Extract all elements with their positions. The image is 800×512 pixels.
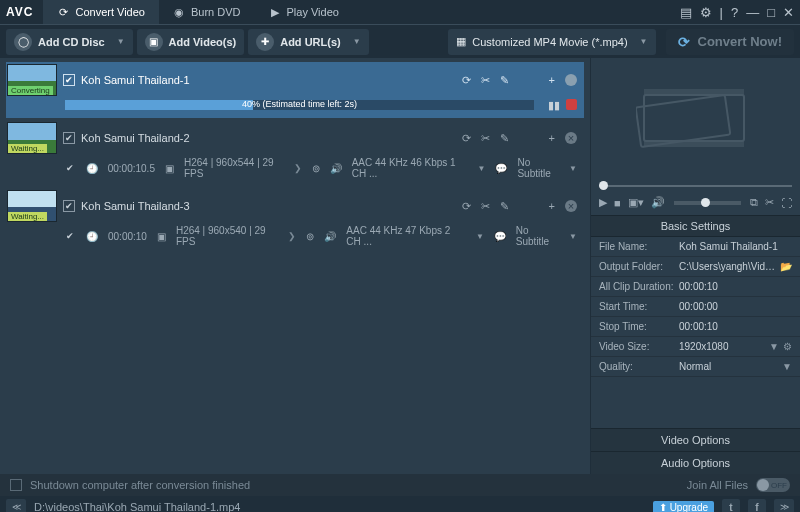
add-icon[interactable]: +: [549, 200, 555, 213]
file-path: D:\videos\Thai\Koh Samui Thailand-1.mp4: [34, 501, 240, 512]
upgrade-button[interactable]: ⬆Upgrade: [653, 501, 714, 513]
cut-icon[interactable]: ✂: [481, 200, 490, 213]
checkbox[interactable]: ✔: [63, 200, 75, 212]
edit-icon[interactable]: ✎: [500, 200, 509, 213]
video-options-button[interactable]: Video Options: [591, 428, 800, 451]
check-icon: ✔: [65, 230, 76, 242]
menu-icon[interactable]: ▤: [680, 5, 692, 20]
cut-icon[interactable]: ✂: [765, 196, 774, 209]
add-videos-button[interactable]: ▣ Add Video(s): [137, 29, 245, 55]
button-label: Add URL(s): [280, 36, 341, 48]
close-icon[interactable]: ✕: [783, 5, 794, 20]
gear-icon[interactable]: ⚙: [700, 5, 712, 20]
tab-play-video[interactable]: ▶ Play Video: [255, 0, 353, 24]
chevron-right-icon[interactable]: ❯: [288, 231, 296, 241]
item-title: Koh Samui Thailand-1: [81, 74, 456, 86]
settings-header: Basic Settings: [591, 215, 800, 237]
preview-controls: ▶ ■ ▣▾ 🔊 ⧉ ✂ ⛶: [591, 194, 800, 215]
output-value[interactable]: C:\Users\yangh\Videos...: [679, 261, 776, 272]
thumbnail: Converting: [7, 64, 57, 96]
list-item[interactable]: Waiting... ✔ Koh Samui Thailand-2 ⟳ ✂ ✎ …: [6, 120, 584, 186]
add-icon[interactable]: +: [549, 74, 555, 87]
add-urls-button[interactable]: ✚ Add URL(s) ▼: [248, 29, 368, 55]
subtitle-icon: 💬: [494, 231, 506, 242]
cut-icon[interactable]: ✂: [481, 74, 490, 87]
target-icon: ⊚: [312, 163, 320, 174]
add-icon[interactable]: +: [549, 132, 555, 145]
checkbox[interactable]: ✔: [63, 74, 75, 86]
fullscreen-icon[interactable]: ⛶: [781, 197, 792, 209]
stop-button[interactable]: [566, 99, 577, 110]
chevron-right-icon[interactable]: ❯: [294, 163, 302, 173]
volume-icon[interactable]: 🔊: [651, 196, 665, 209]
codec-info: H264 | 960x540 | 29 FPS: [176, 225, 278, 247]
chevron-down-icon[interactable]: ▼: [117, 37, 125, 46]
shutdown-checkbox[interactable]: [10, 479, 22, 491]
refresh-icon[interactable]: ⟳: [462, 74, 471, 87]
edit-icon[interactable]: ✎: [500, 132, 509, 145]
chevron-down-icon[interactable]: ▼: [769, 341, 779, 352]
output-profile-dropdown[interactable]: ▦ Customized MP4 Movie (*.mp4) ▼: [448, 29, 655, 55]
twitter-button[interactable]: t: [722, 499, 740, 512]
gear-icon[interactable]: ⚙: [783, 341, 792, 352]
disc-add-icon: ◯: [14, 33, 32, 51]
audio-dropdown[interactable]: AAC 44 KHz 47 Kbps 2 CH ...▼: [346, 225, 483, 247]
prev-button[interactable]: ≪: [6, 499, 26, 512]
audio-dropdown[interactable]: AAC 44 KHz 46 Kbps 1 CH ...▼: [352, 157, 486, 179]
remove-icon[interactable]: ×: [565, 132, 577, 144]
convert-icon: ⟳: [57, 6, 69, 18]
join-files-toggle[interactable]: OFF: [756, 478, 790, 492]
convert-now-button[interactable]: ⟳ Convert Now!: [666, 29, 795, 55]
upgrade-icon: ⬆: [659, 502, 667, 513]
main-area: Converting ✔ Koh Samui Thailand-1 ⟳ ✂ ✎ …: [0, 58, 800, 474]
cut-icon[interactable]: ✂: [481, 132, 490, 145]
button-label: Add CD Disc: [38, 36, 105, 48]
list-item[interactable]: Converting ✔ Koh Samui Thailand-1 ⟳ ✂ ✎ …: [6, 62, 584, 118]
status-badge: Converting: [8, 86, 53, 95]
help-icon[interactable]: ?: [731, 5, 738, 20]
tab-convert-video[interactable]: ⟳ Convert Video: [43, 0, 159, 24]
checkbox[interactable]: ✔: [63, 132, 75, 144]
quality-dropdown[interactable]: Normal: [679, 361, 778, 372]
minimize-icon[interactable]: —: [746, 5, 759, 20]
thumbnail: Waiting...: [7, 122, 57, 154]
refresh-icon: ⟳: [678, 34, 690, 50]
start-time-value[interactable]: 00:00:00: [679, 301, 792, 312]
audio-options-button[interactable]: Audio Options: [591, 451, 800, 474]
setting-row-start: Start Time:00:00:00: [591, 297, 800, 317]
progress-bar: 40% (Estimated time left: 2s): [65, 100, 534, 110]
volume-slider[interactable]: [674, 201, 741, 205]
toolbar: ◯ Add CD Disc ▼ ▣ Add Video(s) ✚ Add URL…: [0, 24, 800, 58]
video-icon: ▣: [165, 163, 174, 174]
subtitle-dropdown[interactable]: No Subtitle▼: [516, 225, 577, 247]
button-label: Convert Now!: [698, 34, 783, 49]
refresh-icon[interactable]: ⟳: [462, 132, 471, 145]
tab-label: Play Video: [287, 6, 339, 18]
videosize-dropdown[interactable]: 1920x1080: [679, 341, 765, 352]
pause-button[interactable]: ▮▮: [548, 99, 560, 111]
stop-time-value[interactable]: 00:00:10: [679, 321, 792, 332]
remove-icon[interactable]: ×: [565, 200, 577, 212]
stop-button[interactable]: ■: [614, 197, 621, 209]
snapshot-button[interactable]: ▣▾: [628, 196, 644, 209]
edit-icon[interactable]: ✎: [500, 74, 509, 87]
button-label: Add Video(s): [169, 36, 237, 48]
add-cd-disc-button[interactable]: ◯ Add CD Disc ▼: [6, 29, 133, 55]
timeline-slider[interactable]: [599, 178, 792, 194]
crop-icon[interactable]: ⧉: [750, 196, 758, 209]
next-button[interactable]: ≫: [774, 499, 794, 512]
chevron-down-icon[interactable]: ▼: [353, 37, 361, 46]
filename-value[interactable]: Koh Samui Thailand-1: [679, 241, 792, 252]
tab-burn-dvd[interactable]: ◉ Burn DVD: [159, 0, 255, 24]
remove-icon[interactable]: [565, 74, 577, 86]
maximize-icon[interactable]: □: [767, 5, 775, 20]
chevron-down-icon[interactable]: ▼: [782, 361, 792, 372]
facebook-button[interactable]: f: [748, 499, 766, 512]
folder-icon[interactable]: 📂: [780, 261, 792, 272]
file-list: Converting ✔ Koh Samui Thailand-1 ⟳ ✂ ✎ …: [0, 58, 590, 474]
window-buttons: ▤ ⚙ | ? — □ ✕: [680, 5, 794, 20]
play-button[interactable]: ▶: [599, 196, 607, 209]
list-item[interactable]: Waiting... ✔ Koh Samui Thailand-3 ⟳ ✂ ✎ …: [6, 188, 584, 254]
subtitle-dropdown[interactable]: No Subtitle▼: [517, 157, 577, 179]
refresh-icon[interactable]: ⟳: [462, 200, 471, 213]
